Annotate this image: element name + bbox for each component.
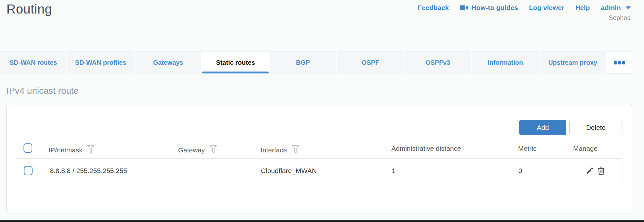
- column-label: Administrative distance: [391, 145, 461, 152]
- route-ip-netmask-link[interactable]: 8.8.8.8 / 255.255.255.255: [50, 167, 127, 175]
- column-header-manage: Manage: [573, 145, 598, 152]
- section-heading: IPv4 unicast route: [6, 86, 79, 96]
- tab-bar: SD-WAN routes SD-WAN profiles Gateways S…: [0, 52, 632, 73]
- org-name: Sophos: [609, 14, 630, 22]
- video-camera-icon: [460, 5, 468, 11]
- column-label: Interface: [261, 146, 287, 154]
- filter-icon[interactable]: [87, 145, 95, 155]
- edit-icon[interactable]: [586, 167, 594, 175]
- top-navigation: Feedback How-to guides Log viewer Help a…: [418, 4, 631, 12]
- more-tabs-icon: [614, 61, 617, 64]
- delete-button[interactable]: Delete: [569, 120, 622, 135]
- route-metric-value: 0: [518, 167, 522, 175]
- panel-buttons: Add Delete: [519, 120, 622, 135]
- column-header-gateway: Gateway: [178, 145, 217, 155]
- tab-ospfv3[interactable]: OSPFv3: [405, 52, 471, 73]
- static-routes-panel: Add Delete IP/netmask Gateway Interface …: [6, 104, 632, 213]
- help-link[interactable]: Help: [575, 4, 590, 12]
- window-bottom-edge: [0, 220, 644, 222]
- howto-guides-label: How-to guides: [471, 4, 518, 12]
- tab-static-routes[interactable]: Static routes: [202, 52, 269, 73]
- tab-ospf[interactable]: OSPF: [337, 52, 404, 73]
- column-header-admin-distance: Administrative distance: [391, 145, 461, 152]
- feedback-label: Feedback: [418, 4, 449, 12]
- chevron-down-icon: [626, 6, 631, 9]
- page-title: Routing: [6, 2, 52, 16]
- table-header: IP/netmask Gateway Interface Administrat…: [7, 142, 632, 156]
- filter-icon[interactable]: [292, 145, 299, 155]
- more-tabs-icon: [618, 61, 621, 64]
- column-label: IP/netmask: [49, 146, 82, 154]
- tab-information[interactable]: Information: [472, 52, 538, 73]
- column-label: Metric: [518, 145, 536, 152]
- add-button[interactable]: Add: [519, 120, 566, 135]
- manage-cell: [586, 166, 605, 175]
- column-header-interface: Interface: [261, 145, 299, 155]
- column-label: Gateway: [178, 146, 205, 154]
- howto-guides-link[interactable]: How-to guides: [460, 4, 518, 12]
- tab-upstream-proxy[interactable]: Upstream proxy: [540, 52, 606, 73]
- user-menu[interactable]: admin: [601, 4, 631, 12]
- user-name: admin: [601, 4, 621, 12]
- column-header-ip-netmask: IP/netmask: [49, 145, 95, 155]
- column-label: Manage: [573, 145, 598, 152]
- more-tabs-button[interactable]: [607, 52, 632, 73]
- route-admin-distance-value: 1: [392, 167, 396, 175]
- more-tabs-icon: [622, 61, 625, 64]
- route-interface-value: Cloudflare_MWAN: [261, 167, 317, 175]
- tab-sd-wan-profiles[interactable]: SD-WAN profiles: [67, 52, 134, 73]
- log-viewer-label: Log viewer: [529, 4, 564, 12]
- tab-gateways[interactable]: Gateways: [135, 52, 201, 73]
- feedback-link[interactable]: Feedback: [418, 4, 449, 12]
- tab-bgp[interactable]: BGP: [270, 52, 336, 73]
- filter-icon[interactable]: [209, 145, 217, 155]
- table-row: 8.8.8.8 / 255.255.255.255 Cloudflare_MWA…: [16, 158, 622, 183]
- help-label: Help: [575, 4, 590, 12]
- select-all-checkbox[interactable]: [24, 143, 32, 153]
- column-header-metric: Metric: [518, 145, 536, 152]
- delete-icon[interactable]: [597, 166, 605, 175]
- log-viewer-link[interactable]: Log viewer: [529, 4, 564, 12]
- row-checkbox[interactable]: [24, 166, 33, 175]
- tab-sd-wan-routes[interactable]: SD-WAN routes: [0, 52, 66, 73]
